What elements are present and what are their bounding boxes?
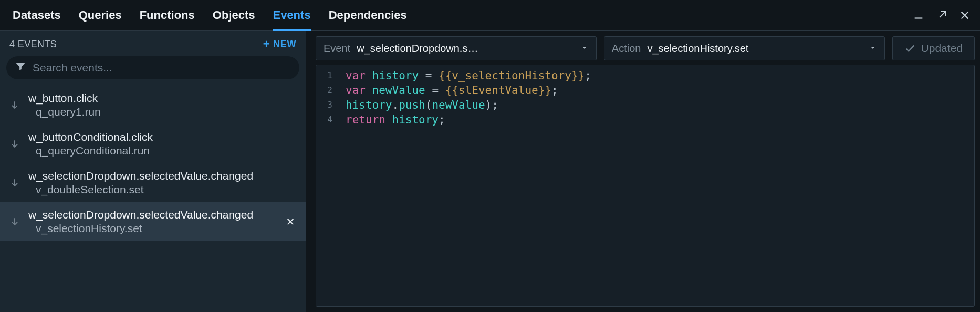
code-editor[interactable]: 1234 var history = {{v_selectionHistory}…: [316, 65, 975, 307]
event-item-text: w_selectionDropdown.selectedValue.change…: [28, 209, 275, 235]
chevron-down-icon: [869, 43, 877, 55]
search-wrap: [0, 54, 306, 86]
popout-icon: [936, 9, 947, 21]
editor-header: Event w_selectionDropdown.s… Action v_se…: [306, 31, 980, 65]
event-item[interactable]: w_selectionDropdown.selectedValue.change…: [0, 163, 306, 202]
check-icon: [904, 43, 916, 54]
action-dropdown-value: v_selectionHistory.set: [647, 43, 862, 55]
event-action-label: v_selectionHistory.set: [28, 222, 275, 235]
event-dropdown-value: w_selectionDropdown.s…: [357, 43, 574, 55]
event-trigger-label: w_selectionDropdown.selectedValue.change…: [28, 170, 297, 182]
new-event-label: NEW: [273, 39, 296, 50]
events-count-label: 4 EVENTS: [9, 39, 57, 50]
editor-panel: Event w_selectionDropdown.s… Action v_se…: [306, 31, 980, 312]
event-action-label: q_queryConditional.run: [28, 144, 297, 157]
event-action-label: v_doubleSelection.set: [28, 183, 297, 196]
window-controls: [911, 8, 973, 23]
new-event-button[interactable]: + NEW: [263, 38, 296, 50]
tab-events[interactable]: Events: [273, 0, 310, 30]
event-action-label: q_query1.run: [28, 106, 297, 118]
events-panel-header: 4 EVENTS + NEW: [0, 31, 306, 54]
event-item[interactable]: w_button.clickq_query1.run: [0, 86, 306, 124]
arrow-down-icon: [9, 100, 20, 110]
tab-datasets[interactable]: Datasets: [13, 0, 61, 30]
event-trigger-label: w_button.click: [28, 92, 297, 105]
line-gutter: 1234: [316, 65, 338, 306]
event-item-text: w_button.clickq_query1.run: [28, 92, 297, 118]
minimize-icon: [913, 9, 924, 21]
tab-functions[interactable]: Functions: [140, 0, 195, 30]
plus-icon: +: [263, 38, 270, 50]
search-input[interactable]: [6, 56, 299, 79]
event-item[interactable]: w_buttonConditional.clickq_queryConditio…: [0, 124, 306, 163]
event-trigger-label: w_buttonConditional.click: [28, 131, 297, 143]
event-item-text: w_buttonConditional.clickq_queryConditio…: [28, 131, 297, 157]
event-list: w_button.clickq_query1.runw_buttonCondit…: [0, 86, 306, 312]
popout-button[interactable]: [934, 8, 950, 23]
tab-dependencies[interactable]: Dependencies: [329, 0, 407, 30]
main-split: 4 EVENTS + NEW w_button.clickq_query1.ru…: [0, 31, 980, 312]
minimize-button[interactable]: [911, 8, 926, 23]
chevron-down-icon: [580, 43, 589, 55]
arrow-down-icon: [9, 178, 20, 188]
delete-event-button[interactable]: [284, 215, 297, 228]
action-dropdown-label: Action: [612, 43, 641, 55]
code-content[interactable]: var history = {{v_selectionHistory}};var…: [338, 65, 599, 306]
svg-line-1: [940, 12, 945, 17]
event-item[interactable]: w_selectionDropdown.selectedValue.change…: [0, 202, 306, 241]
event-item-text: w_selectionDropdown.selectedValue.change…: [28, 170, 297, 196]
filter-icon: [15, 61, 26, 75]
action-dropdown[interactable]: Action v_selectionHistory.set: [604, 36, 885, 60]
close-button[interactable]: [957, 8, 973, 23]
arrow-down-icon: [9, 139, 20, 149]
tabs-container: DatasetsQueriesFunctionsObjectsEventsDep…: [13, 0, 407, 30]
events-panel: 4 EVENTS + NEW w_button.clickq_query1.ru…: [0, 31, 306, 312]
top-tab-bar: DatasetsQueriesFunctionsObjectsEventsDep…: [0, 0, 980, 31]
event-trigger-label: w_selectionDropdown.selectedValue.change…: [28, 209, 275, 221]
event-dropdown-label: Event: [324, 43, 350, 55]
status-button[interactable]: Updated: [892, 36, 975, 60]
close-icon: [959, 9, 971, 21]
status-label: Updated: [921, 42, 963, 55]
tab-objects[interactable]: Objects: [213, 0, 255, 30]
event-dropdown[interactable]: Event w_selectionDropdown.s…: [316, 36, 597, 60]
tab-queries[interactable]: Queries: [79, 0, 122, 30]
arrow-down-icon: [9, 216, 20, 227]
